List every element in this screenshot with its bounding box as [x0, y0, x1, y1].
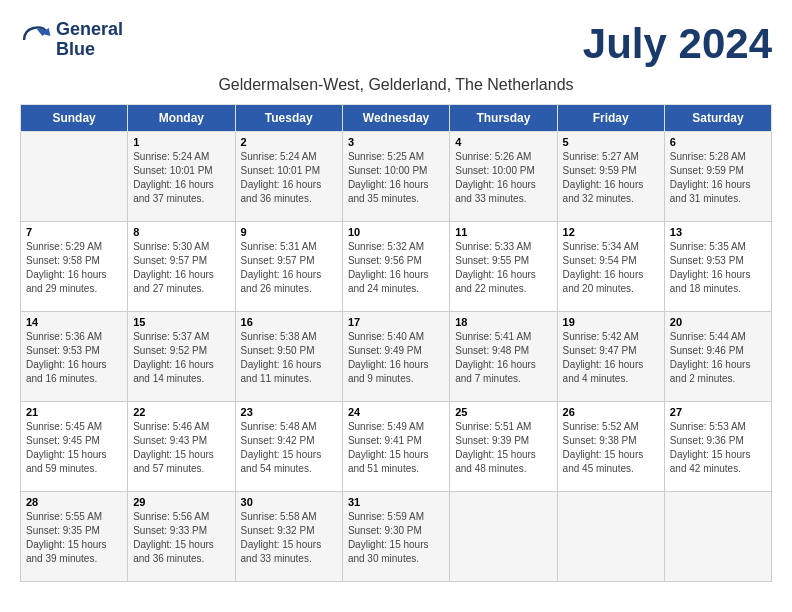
day-info: Sunrise: 5:41 AM Sunset: 9:48 PM Dayligh… [455, 330, 551, 386]
day-number: 29 [133, 496, 229, 508]
day-info: Sunrise: 5:34 AM Sunset: 9:54 PM Dayligh… [563, 240, 659, 296]
day-number: 13 [670, 226, 766, 238]
day-info: Sunrise: 5:24 AM Sunset: 10:01 PM Daylig… [133, 150, 229, 206]
day-info: Sunrise: 5:56 AM Sunset: 9:33 PM Dayligh… [133, 510, 229, 566]
day-cell: 1Sunrise: 5:24 AM Sunset: 10:01 PM Dayli… [128, 132, 235, 222]
day-info: Sunrise: 5:25 AM Sunset: 10:00 PM Daylig… [348, 150, 444, 206]
day-number: 6 [670, 136, 766, 148]
day-info: Sunrise: 5:51 AM Sunset: 9:39 PM Dayligh… [455, 420, 551, 476]
day-info: Sunrise: 5:52 AM Sunset: 9:38 PM Dayligh… [563, 420, 659, 476]
day-cell: 4Sunrise: 5:26 AM Sunset: 10:00 PM Dayli… [450, 132, 557, 222]
week-row-1: 1Sunrise: 5:24 AM Sunset: 10:01 PM Dayli… [21, 132, 772, 222]
day-cell: 25Sunrise: 5:51 AM Sunset: 9:39 PM Dayli… [450, 402, 557, 492]
day-cell: 9Sunrise: 5:31 AM Sunset: 9:57 PM Daylig… [235, 222, 342, 312]
day-info: Sunrise: 5:45 AM Sunset: 9:45 PM Dayligh… [26, 420, 122, 476]
day-number: 11 [455, 226, 551, 238]
day-info: Sunrise: 5:31 AM Sunset: 9:57 PM Dayligh… [241, 240, 337, 296]
day-cell: 7Sunrise: 5:29 AM Sunset: 9:58 PM Daylig… [21, 222, 128, 312]
day-number: 3 [348, 136, 444, 148]
day-cell [557, 492, 664, 582]
calendar-header: SundayMondayTuesdayWednesdayThursdayFrid… [21, 105, 772, 132]
day-number: 28 [26, 496, 122, 508]
day-cell: 15Sunrise: 5:37 AM Sunset: 9:52 PM Dayli… [128, 312, 235, 402]
day-cell: 13Sunrise: 5:35 AM Sunset: 9:53 PM Dayli… [664, 222, 771, 312]
day-cell: 26Sunrise: 5:52 AM Sunset: 9:38 PM Dayli… [557, 402, 664, 492]
month-title: July 2024 [583, 20, 772, 68]
day-info: Sunrise: 5:58 AM Sunset: 9:32 PM Dayligh… [241, 510, 337, 566]
day-info: Sunrise: 5:49 AM Sunset: 9:41 PM Dayligh… [348, 420, 444, 476]
week-row-3: 14Sunrise: 5:36 AM Sunset: 9:53 PM Dayli… [21, 312, 772, 402]
day-cell: 23Sunrise: 5:48 AM Sunset: 9:42 PM Dayli… [235, 402, 342, 492]
day-number: 8 [133, 226, 229, 238]
day-cell: 16Sunrise: 5:38 AM Sunset: 9:50 PM Dayli… [235, 312, 342, 402]
day-number: 26 [563, 406, 659, 418]
day-number: 9 [241, 226, 337, 238]
day-cell: 14Sunrise: 5:36 AM Sunset: 9:53 PM Dayli… [21, 312, 128, 402]
logo: General Blue [20, 20, 123, 60]
day-info: Sunrise: 5:48 AM Sunset: 9:42 PM Dayligh… [241, 420, 337, 476]
day-cell [450, 492, 557, 582]
day-info: Sunrise: 5:28 AM Sunset: 9:59 PM Dayligh… [670, 150, 766, 206]
logo-line1: General [56, 20, 123, 40]
day-cell: 5Sunrise: 5:27 AM Sunset: 9:59 PM Daylig… [557, 132, 664, 222]
week-row-4: 21Sunrise: 5:45 AM Sunset: 9:45 PM Dayli… [21, 402, 772, 492]
day-cell: 3Sunrise: 5:25 AM Sunset: 10:00 PM Dayli… [342, 132, 449, 222]
day-info: Sunrise: 5:29 AM Sunset: 9:58 PM Dayligh… [26, 240, 122, 296]
day-cell: 18Sunrise: 5:41 AM Sunset: 9:48 PM Dayli… [450, 312, 557, 402]
day-number: 22 [133, 406, 229, 418]
day-number: 5 [563, 136, 659, 148]
calendar-body: 1Sunrise: 5:24 AM Sunset: 10:01 PM Dayli… [21, 132, 772, 582]
day-number: 12 [563, 226, 659, 238]
day-info: Sunrise: 5:35 AM Sunset: 9:53 PM Dayligh… [670, 240, 766, 296]
day-cell: 19Sunrise: 5:42 AM Sunset: 9:47 PM Dayli… [557, 312, 664, 402]
subtitle: Geldermalsen-West, Gelderland, The Nethe… [20, 76, 772, 94]
calendar-table: SundayMondayTuesdayWednesdayThursdayFrid… [20, 104, 772, 582]
day-info: Sunrise: 5:40 AM Sunset: 9:49 PM Dayligh… [348, 330, 444, 386]
header-cell-sunday: Sunday [21, 105, 128, 132]
header-cell-thursday: Thursday [450, 105, 557, 132]
day-number: 10 [348, 226, 444, 238]
title-area: July 2024 [583, 20, 772, 68]
header-cell-tuesday: Tuesday [235, 105, 342, 132]
day-cell: 12Sunrise: 5:34 AM Sunset: 9:54 PM Dayli… [557, 222, 664, 312]
day-info: Sunrise: 5:30 AM Sunset: 9:57 PM Dayligh… [133, 240, 229, 296]
day-cell: 29Sunrise: 5:56 AM Sunset: 9:33 PM Dayli… [128, 492, 235, 582]
header-cell-monday: Monday [128, 105, 235, 132]
header-row: SundayMondayTuesdayWednesdayThursdayFrid… [21, 105, 772, 132]
day-number: 2 [241, 136, 337, 148]
header-cell-wednesday: Wednesday [342, 105, 449, 132]
day-cell: 2Sunrise: 5:24 AM Sunset: 10:01 PM Dayli… [235, 132, 342, 222]
day-number: 21 [26, 406, 122, 418]
day-number: 15 [133, 316, 229, 328]
day-number: 30 [241, 496, 337, 508]
day-cell: 6Sunrise: 5:28 AM Sunset: 9:59 PM Daylig… [664, 132, 771, 222]
day-number: 18 [455, 316, 551, 328]
day-number: 27 [670, 406, 766, 418]
day-info: Sunrise: 5:27 AM Sunset: 9:59 PM Dayligh… [563, 150, 659, 206]
logo-icon [20, 24, 52, 56]
day-number: 17 [348, 316, 444, 328]
header-cell-saturday: Saturday [664, 105, 771, 132]
day-cell: 17Sunrise: 5:40 AM Sunset: 9:49 PM Dayli… [342, 312, 449, 402]
day-cell [21, 132, 128, 222]
day-number: 25 [455, 406, 551, 418]
day-info: Sunrise: 5:44 AM Sunset: 9:46 PM Dayligh… [670, 330, 766, 386]
day-number: 19 [563, 316, 659, 328]
day-info: Sunrise: 5:59 AM Sunset: 9:30 PM Dayligh… [348, 510, 444, 566]
logo-line2: Blue [56, 40, 123, 60]
day-number: 24 [348, 406, 444, 418]
day-cell: 30Sunrise: 5:58 AM Sunset: 9:32 PM Dayli… [235, 492, 342, 582]
day-cell: 27Sunrise: 5:53 AM Sunset: 9:36 PM Dayli… [664, 402, 771, 492]
day-number: 23 [241, 406, 337, 418]
day-cell: 21Sunrise: 5:45 AM Sunset: 9:45 PM Dayli… [21, 402, 128, 492]
day-number: 1 [133, 136, 229, 148]
day-info: Sunrise: 5:24 AM Sunset: 10:01 PM Daylig… [241, 150, 337, 206]
day-number: 7 [26, 226, 122, 238]
day-cell [664, 492, 771, 582]
day-number: 4 [455, 136, 551, 148]
day-info: Sunrise: 5:38 AM Sunset: 9:50 PM Dayligh… [241, 330, 337, 386]
day-info: Sunrise: 5:37 AM Sunset: 9:52 PM Dayligh… [133, 330, 229, 386]
day-cell: 8Sunrise: 5:30 AM Sunset: 9:57 PM Daylig… [128, 222, 235, 312]
day-info: Sunrise: 5:55 AM Sunset: 9:35 PM Dayligh… [26, 510, 122, 566]
day-cell: 20Sunrise: 5:44 AM Sunset: 9:46 PM Dayli… [664, 312, 771, 402]
